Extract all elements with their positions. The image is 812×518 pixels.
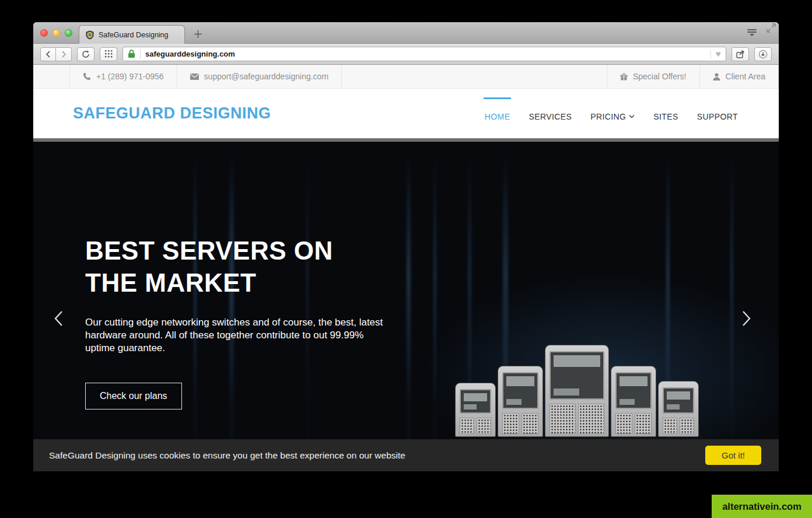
carousel-prev-icon[interactable]	[52, 309, 72, 328]
cookie-accept-button[interactable]: Got it!	[705, 446, 761, 465]
client-area-link[interactable]: Client Area	[700, 65, 779, 88]
server-tower	[545, 345, 609, 437]
gift-icon	[620, 73, 628, 80]
https-lock-icon	[128, 50, 135, 58]
cookie-banner: SafeGuard Designing uses cookies to ensu…	[33, 439, 779, 471]
browser-tab[interactable]: SafeGuard Designing	[79, 25, 185, 44]
nav-label: PRICING	[590, 112, 626, 121]
fullscreen-icon[interactable]	[766, 23, 776, 33]
email-link[interactable]: support@safeguarddesigning.com	[177, 65, 342, 88]
url-text[interactable]: safeguarddesigning.com	[145, 50, 706, 58]
client-area-label: Client Area	[726, 72, 765, 81]
main-nav: HOME SERVICES PRICING SITES SUPPORT	[484, 89, 739, 138]
url-divider	[140, 49, 141, 59]
nav-item-services[interactable]: SERVICES	[527, 97, 573, 134]
browser-window: SafeGuard Designing	[33, 22, 779, 471]
nav-item-pricing[interactable]: PRICING	[589, 97, 636, 134]
reload-button[interactable]	[77, 47, 94, 61]
apps-grid-icon[interactable]	[100, 47, 117, 61]
envelope-icon	[190, 74, 199, 80]
nav-label: SITES	[653, 112, 678, 121]
nav-item-sites[interactable]: SITES	[652, 97, 679, 134]
hero-carousel: BEST SERVERS ON THE MARKET Our cutting e…	[33, 138, 779, 439]
nav-item-support[interactable]: SUPPORT	[696, 97, 739, 134]
browser-tab-bar: SafeGuard Designing	[33, 22, 779, 44]
browser-toolbar: safeguarddesigning.com ♥	[33, 44, 779, 65]
server-tower	[455, 383, 496, 437]
phone-icon	[83, 72, 91, 80]
window-controls	[40, 29, 72, 37]
cookie-message: SafeGuard Designing uses cookies to ensu…	[49, 450, 405, 461]
history-nav-group	[40, 47, 72, 61]
server-illustration	[455, 345, 699, 437]
shield-favicon-icon	[85, 30, 94, 40]
nav-item-home[interactable]: HOME	[484, 97, 512, 134]
site-logo[interactable]: SAFEGUARD DESIGNING	[73, 104, 271, 123]
site-topbar: +1 (289) 971-0956 support@safeguarddesig…	[33, 65, 779, 89]
nav-label: HOME	[485, 112, 510, 121]
server-tower	[498, 366, 543, 437]
special-offers-link[interactable]: Special Offers!	[607, 65, 700, 88]
downloads-icon[interactable]	[754, 47, 772, 61]
desktop-background: SafeGuard Designing	[0, 0, 812, 518]
address-bar[interactable]: safeguarddesigning.com ♥	[123, 47, 726, 61]
phone-link[interactable]: +1 (289) 971-0956	[69, 65, 177, 88]
email-address: support@safeguarddesigning.com	[204, 72, 328, 81]
zoom-window-button[interactable]	[65, 29, 72, 37]
phone-number: +1 (289) 971-0956	[96, 72, 164, 81]
hero-description: Our cutting edge networking switches and…	[85, 316, 384, 355]
chevron-down-icon	[629, 114, 635, 118]
hero-heading: BEST SERVERS ON THE MARKET	[85, 235, 377, 299]
tab-title: SafeGuard Designing	[99, 31, 169, 39]
special-offers-label: Special Offers!	[633, 72, 687, 81]
minimize-window-button[interactable]	[52, 29, 60, 37]
back-button[interactable]	[40, 47, 56, 61]
list-all-tabs-icon[interactable]	[746, 28, 758, 38]
watermark-badge: alternativein.com	[712, 495, 812, 518]
hero-content: BEST SERVERS ON THE MARKET Our cutting e…	[85, 235, 400, 410]
user-icon	[713, 73, 720, 80]
bookmark-heart-icon[interactable]: ♥	[710, 50, 722, 59]
server-tower	[611, 366, 656, 437]
server-tower	[658, 381, 699, 437]
close-window-button[interactable]	[40, 29, 48, 37]
new-tab-button[interactable]	[192, 28, 204, 40]
topbar-spacer	[342, 65, 607, 88]
nav-label: SERVICES	[528, 112, 572, 121]
site-header: SAFEGUARD DESIGNING HOME SERVICES PRICIN…	[33, 89, 779, 138]
check-plans-button[interactable]: Check our plans	[85, 383, 182, 410]
share-icon[interactable]	[732, 47, 749, 61]
carousel-next-icon[interactable]	[740, 309, 760, 328]
nav-label: SUPPORT	[697, 112, 738, 121]
forward-button[interactable]	[56, 47, 72, 61]
